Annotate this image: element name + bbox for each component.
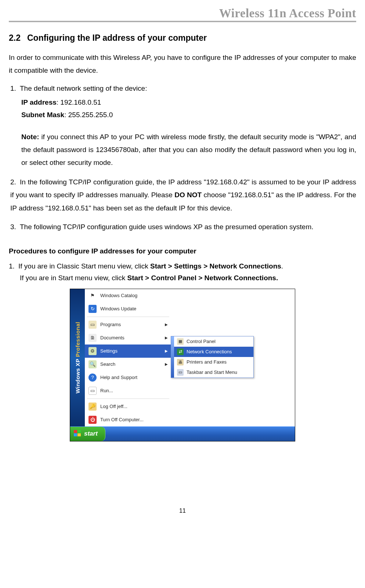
menu-search[interactable]: 🔍Search▶ bbox=[85, 358, 171, 371]
procedures-heading: Procedures to configure IP addresses for… bbox=[9, 247, 356, 255]
page-header: Wireless 11n Access Point bbox=[9, 7, 356, 22]
start-label: start bbox=[84, 430, 98, 437]
network-icon: ⇄ bbox=[177, 349, 184, 355]
settings-submenu: ▦Control Panel ⇄Network Connections 🖶Pri… bbox=[171, 336, 254, 378]
printer-icon: 🖶 bbox=[177, 359, 184, 365]
menu-run[interactable]: ▭Run... bbox=[85, 384, 171, 397]
procedure-item-1b: If you are in Start menu view, click Sta… bbox=[20, 272, 356, 284]
ip-value: : 192.168.0.51 bbox=[57, 98, 101, 106]
flag-icon: ⚑ bbox=[88, 292, 97, 300]
submenu-label: Network Connections bbox=[187, 349, 232, 354]
proc1-bold: Start > Settings > Network Connections bbox=[150, 262, 281, 270]
control-panel-icon: ▦ bbox=[177, 338, 184, 345]
start-menu-column: ⚑Windows Catalog ↻Windows Update ▭Progra… bbox=[85, 289, 171, 426]
chevron-right-icon: ▶ bbox=[165, 362, 168, 366]
submenu-label: Printers and Faxes bbox=[187, 359, 227, 365]
menu-turnoff[interactable]: ⏻Turn Off Computer... bbox=[85, 413, 171, 426]
mask-value: : 255.255.255.0 bbox=[64, 111, 113, 119]
list-item-1: 1.The default network setting of the dev… bbox=[10, 82, 356, 121]
menu-label: Search bbox=[100, 361, 115, 367]
list-num: 1. bbox=[9, 260, 18, 272]
note-text: if you connect this AP to your PC with w… bbox=[21, 133, 356, 166]
separator bbox=[87, 398, 169, 399]
settings-icon: ⚙ bbox=[88, 347, 97, 355]
windows-flag-icon bbox=[74, 430, 82, 437]
submenu-taskbar[interactable]: ▭Taskbar and Start Menu bbox=[174, 367, 253, 378]
logoff-icon: 🔑 bbox=[88, 403, 97, 411]
search-icon: 🔍 bbox=[88, 360, 97, 368]
submenu-label: Control Panel bbox=[187, 339, 216, 344]
section-number: 2.2 bbox=[9, 33, 21, 43]
list1-text: The default network setting of the devic… bbox=[20, 84, 147, 92]
menu-settings[interactable]: ⚙Settings▶ bbox=[85, 344, 171, 358]
proc1-post: . bbox=[281, 262, 283, 270]
menu-label: Documents bbox=[100, 335, 124, 340]
note-label: Note: bbox=[21, 133, 39, 141]
run-icon: ▭ bbox=[88, 387, 97, 395]
chevron-right-icon: ▶ bbox=[165, 349, 168, 353]
list-num: 3. bbox=[10, 220, 20, 233]
list2-bold: DO NOT bbox=[174, 191, 202, 199]
submenu-printers[interactable]: 🖶Printers and Faxes bbox=[174, 357, 253, 367]
section-heading: 2.2Configuring the IP address of your co… bbox=[9, 33, 356, 43]
ip-label: IP address bbox=[21, 98, 57, 106]
list3-text: The following TCP/IP configuration guide… bbox=[20, 223, 314, 231]
proc1b-bold: Start > Control Panel > Network Connecti… bbox=[127, 274, 278, 282]
menu-help[interactable]: ?Help and Support bbox=[85, 371, 171, 384]
taskbar: start bbox=[70, 426, 295, 441]
submenu-control-panel[interactable]: ▦Control Panel bbox=[174, 336, 253, 347]
programs-icon: ▭ bbox=[88, 321, 97, 329]
proc1-pre: If you are in Classic Start menu view, c… bbox=[18, 262, 150, 270]
taskbar-icon: ▭ bbox=[177, 369, 184, 376]
banner-pro: Professional bbox=[75, 322, 81, 357]
submenu-gutter bbox=[171, 336, 174, 378]
documents-icon: 🗎 bbox=[88, 334, 97, 342]
proc1b-pre: If you are in Start menu view, click bbox=[20, 274, 127, 282]
menu-label: Run... bbox=[100, 388, 113, 393]
product-title: Wireless 11n Access Point bbox=[219, 7, 356, 20]
banner-win: Windows bbox=[75, 366, 81, 393]
menu-windows-update[interactable]: ↻Windows Update bbox=[85, 302, 171, 315]
menu-programs[interactable]: ▭Programs▶ bbox=[85, 318, 171, 331]
list-num: 2. bbox=[10, 176, 20, 188]
menu-label: Settings bbox=[100, 348, 118, 354]
note-block: Note: if you connect this AP to your PC … bbox=[21, 130, 356, 169]
windows-side-banner: Windows XP Professional bbox=[70, 289, 85, 426]
menu-label: Help and Support bbox=[100, 375, 137, 380]
list-num: 1. bbox=[10, 82, 20, 95]
procedure-item-1: 1.If you are in Classic Start menu view,… bbox=[9, 260, 356, 272]
menu-label: Log Off jeff... bbox=[100, 404, 127, 409]
mask-label: Subnet Mask bbox=[21, 111, 64, 119]
update-icon: ↻ bbox=[88, 305, 97, 313]
chevron-right-icon: ▶ bbox=[165, 336, 168, 340]
submenu-network-connections[interactable]: ⇄Network Connections bbox=[174, 347, 253, 357]
power-icon: ⏻ bbox=[88, 416, 97, 424]
help-icon: ? bbox=[88, 374, 97, 382]
screenshot-start-menu: Windows XP Professional ⚑Windows Catalog… bbox=[70, 289, 295, 441]
chevron-right-icon: ▶ bbox=[165, 322, 168, 327]
menu-documents[interactable]: 🗎Documents▶ bbox=[85, 331, 171, 344]
list-item-3: 3.The following TCP/IP configuration gui… bbox=[10, 220, 356, 233]
page-number: 11 bbox=[9, 508, 356, 522]
menu-windows-catalog[interactable]: ⚑Windows Catalog bbox=[85, 289, 171, 302]
separator bbox=[87, 317, 169, 317]
submenu-label: Taskbar and Start Menu bbox=[187, 369, 237, 375]
banner-xp: XP bbox=[75, 357, 81, 366]
menu-logoff[interactable]: 🔑Log Off jeff... bbox=[85, 400, 171, 413]
start-button[interactable]: start bbox=[70, 427, 105, 441]
menu-label: Turn Off Computer... bbox=[100, 417, 144, 422]
menu-label: Windows Update bbox=[100, 306, 136, 311]
menu-label: Programs bbox=[100, 322, 121, 327]
intro-paragraph: In order to communicate with this Wirele… bbox=[9, 51, 356, 77]
list-item-2: 2.In the following TCP/IP configuration … bbox=[10, 176, 356, 214]
menu-label: Windows Catalog bbox=[100, 293, 137, 298]
section-title: Configuring the IP address of your compu… bbox=[27, 33, 207, 43]
